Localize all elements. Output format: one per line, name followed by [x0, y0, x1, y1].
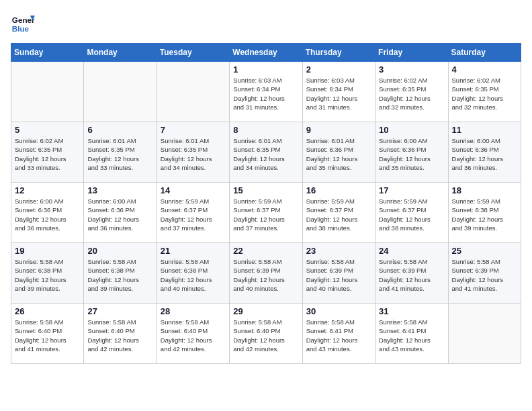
weekday-header-cell: Thursday: [302, 44, 375, 62]
calendar-week-row: 5Sunrise: 6:02 AM Sunset: 6:35 PM Daylig…: [11, 122, 521, 183]
logo-icon: General Blue: [11, 11, 35, 35]
calendar-table: SundayMondayTuesdayWednesdayThursdayFrid…: [11, 43, 521, 364]
day-number: 29: [233, 306, 298, 316]
day-number: 27: [87, 306, 152, 316]
weekday-header-cell: Tuesday: [157, 44, 229, 62]
calendar-day-cell: 27Sunrise: 5:58 AM Sunset: 6:40 PM Dayli…: [84, 304, 157, 364]
day-info: Sunrise: 6:03 AM Sunset: 6:34 PM Dayligh…: [306, 76, 371, 111]
day-info: Sunrise: 5:58 AM Sunset: 6:40 PM Dayligh…: [161, 318, 226, 353]
calendar-day-cell: 19Sunrise: 5:58 AM Sunset: 6:38 PM Dayli…: [11, 243, 84, 304]
day-info: Sunrise: 5:58 AM Sunset: 6:38 PM Dayligh…: [15, 257, 80, 293]
day-number: 11: [452, 125, 517, 135]
calendar-day-cell: 30Sunrise: 5:58 AM Sunset: 6:41 PM Dayli…: [302, 304, 375, 364]
day-number: 30: [306, 306, 371, 316]
day-info: Sunrise: 5:59 AM Sunset: 6:37 PM Dayligh…: [233, 197, 298, 232]
day-info: Sunrise: 6:00 AM Sunset: 6:36 PM Dayligh…: [87, 197, 152, 232]
day-number: 9: [306, 125, 371, 135]
day-number: 3: [379, 64, 444, 75]
day-info: Sunrise: 5:59 AM Sunset: 6:37 PM Dayligh…: [161, 197, 226, 232]
day-number: 4: [452, 64, 517, 75]
day-info: Sunrise: 5:58 AM Sunset: 6:41 PM Dayligh…: [306, 318, 371, 353]
weekday-header-cell: Wednesday: [230, 44, 302, 62]
calendar-day-cell: [11, 62, 84, 122]
calendar-day-cell: 25Sunrise: 5:58 AM Sunset: 6:39 PM Dayli…: [448, 243, 521, 304]
calendar-day-cell: 4Sunrise: 6:02 AM Sunset: 6:35 PM Daylig…: [448, 62, 521, 122]
day-number: 2: [306, 64, 371, 75]
calendar-day-cell: 11Sunrise: 6:00 AM Sunset: 6:36 PM Dayli…: [448, 122, 521, 183]
calendar-body: 1Sunrise: 6:03 AM Sunset: 6:34 PM Daylig…: [11, 62, 521, 364]
weekday-header-cell: Monday: [84, 44, 157, 62]
day-info: Sunrise: 5:59 AM Sunset: 6:38 PM Dayligh…: [452, 197, 517, 232]
calendar-day-cell: 18Sunrise: 5:59 AM Sunset: 6:38 PM Dayli…: [448, 183, 521, 243]
calendar-day-cell: 8Sunrise: 6:01 AM Sunset: 6:35 PM Daylig…: [230, 122, 302, 183]
calendar-week-row: 12Sunrise: 6:00 AM Sunset: 6:36 PM Dayli…: [11, 183, 521, 243]
day-number: 15: [233, 185, 298, 195]
day-number: 23: [306, 246, 371, 256]
day-number: 20: [87, 246, 152, 256]
calendar-day-cell: 10Sunrise: 6:00 AM Sunset: 6:36 PM Dayli…: [375, 122, 448, 183]
day-number: 25: [452, 246, 517, 256]
calendar-day-cell: 7Sunrise: 6:01 AM Sunset: 6:35 PM Daylig…: [157, 122, 229, 183]
day-number: 14: [161, 185, 226, 195]
page-header: General Blue: [11, 11, 521, 35]
day-info: Sunrise: 6:02 AM Sunset: 6:35 PM Dayligh…: [452, 76, 517, 111]
day-info: Sunrise: 6:01 AM Sunset: 6:36 PM Dayligh…: [306, 136, 371, 172]
calendar-day-cell: 15Sunrise: 5:59 AM Sunset: 6:37 PM Dayli…: [230, 183, 302, 243]
calendar-day-cell: 9Sunrise: 6:01 AM Sunset: 6:36 PM Daylig…: [302, 122, 375, 183]
day-info: Sunrise: 6:02 AM Sunset: 6:35 PM Dayligh…: [379, 76, 444, 111]
day-info: Sunrise: 5:58 AM Sunset: 6:39 PM Dayligh…: [452, 257, 517, 293]
day-info: Sunrise: 5:59 AM Sunset: 6:37 PM Dayligh…: [306, 197, 371, 232]
day-number: 31: [379, 306, 444, 316]
calendar-day-cell: 20Sunrise: 5:58 AM Sunset: 6:38 PM Dayli…: [84, 243, 157, 304]
day-number: 8: [233, 125, 298, 135]
day-number: 10: [379, 125, 444, 135]
weekday-header-cell: Friday: [375, 44, 448, 62]
calendar-day-cell: 22Sunrise: 5:58 AM Sunset: 6:39 PM Dayli…: [230, 243, 302, 304]
calendar-day-cell: 13Sunrise: 6:00 AM Sunset: 6:36 PM Dayli…: [84, 183, 157, 243]
calendar-day-cell: [157, 62, 229, 122]
day-number: 1: [233, 64, 298, 75]
calendar-day-cell: 26Sunrise: 5:58 AM Sunset: 6:40 PM Dayli…: [11, 304, 84, 364]
day-number: 6: [87, 125, 152, 135]
calendar-week-row: 1Sunrise: 6:03 AM Sunset: 6:34 PM Daylig…: [11, 62, 521, 122]
calendar-day-cell: 23Sunrise: 5:58 AM Sunset: 6:39 PM Dayli…: [302, 243, 375, 304]
svg-text:Blue: Blue: [12, 24, 30, 33]
day-number: 19: [15, 246, 80, 256]
calendar-day-cell: 5Sunrise: 6:02 AM Sunset: 6:35 PM Daylig…: [11, 122, 84, 183]
day-number: 21: [161, 246, 226, 256]
day-info: Sunrise: 5:58 AM Sunset: 6:40 PM Dayligh…: [87, 318, 152, 353]
calendar-day-cell: 3Sunrise: 6:02 AM Sunset: 6:35 PM Daylig…: [375, 62, 448, 122]
day-number: 18: [452, 185, 517, 195]
calendar-day-cell: 31Sunrise: 5:58 AM Sunset: 6:41 PM Dayli…: [375, 304, 448, 364]
day-info: Sunrise: 6:00 AM Sunset: 6:36 PM Dayligh…: [452, 136, 517, 172]
day-number: 5: [15, 125, 80, 135]
day-number: 24: [379, 246, 444, 256]
weekday-header-cell: Sunday: [11, 44, 84, 62]
day-info: Sunrise: 5:58 AM Sunset: 6:40 PM Dayligh…: [233, 318, 298, 353]
day-info: Sunrise: 5:58 AM Sunset: 6:39 PM Dayligh…: [379, 257, 444, 293]
day-info: Sunrise: 5:59 AM Sunset: 6:37 PM Dayligh…: [379, 197, 444, 232]
calendar-day-cell: 17Sunrise: 5:59 AM Sunset: 6:37 PM Dayli…: [375, 183, 448, 243]
calendar-day-cell: 24Sunrise: 5:58 AM Sunset: 6:39 PM Dayli…: [375, 243, 448, 304]
calendar-day-cell: 29Sunrise: 5:58 AM Sunset: 6:40 PM Dayli…: [230, 304, 302, 364]
day-info: Sunrise: 6:02 AM Sunset: 6:35 PM Dayligh…: [15, 136, 80, 172]
day-info: Sunrise: 5:58 AM Sunset: 6:41 PM Dayligh…: [379, 318, 444, 353]
calendar-day-cell: 28Sunrise: 5:58 AM Sunset: 6:40 PM Dayli…: [157, 304, 229, 364]
day-number: 17: [379, 185, 444, 195]
weekday-header-row: SundayMondayTuesdayWednesdayThursdayFrid…: [11, 44, 521, 62]
calendar-week-row: 26Sunrise: 5:58 AM Sunset: 6:40 PM Dayli…: [11, 304, 521, 364]
calendar-day-cell: 1Sunrise: 6:03 AM Sunset: 6:34 PM Daylig…: [230, 62, 302, 122]
day-info: Sunrise: 6:03 AM Sunset: 6:34 PM Dayligh…: [233, 76, 298, 111]
day-info: Sunrise: 5:58 AM Sunset: 6:39 PM Dayligh…: [233, 257, 298, 293]
day-info: Sunrise: 6:01 AM Sunset: 6:35 PM Dayligh…: [161, 136, 226, 172]
calendar-day-cell: 6Sunrise: 6:01 AM Sunset: 6:35 PM Daylig…: [84, 122, 157, 183]
weekday-header-cell: Saturday: [448, 44, 521, 62]
day-info: Sunrise: 6:01 AM Sunset: 6:35 PM Dayligh…: [87, 136, 152, 172]
day-info: Sunrise: 6:01 AM Sunset: 6:35 PM Dayligh…: [233, 136, 298, 172]
calendar-day-cell: [84, 62, 157, 122]
day-info: Sunrise: 5:58 AM Sunset: 6:38 PM Dayligh…: [87, 257, 152, 293]
calendar-day-cell: [448, 304, 521, 364]
calendar-day-cell: 14Sunrise: 5:59 AM Sunset: 6:37 PM Dayli…: [157, 183, 229, 243]
day-info: Sunrise: 5:58 AM Sunset: 6:38 PM Dayligh…: [161, 257, 226, 293]
day-number: 16: [306, 185, 371, 195]
